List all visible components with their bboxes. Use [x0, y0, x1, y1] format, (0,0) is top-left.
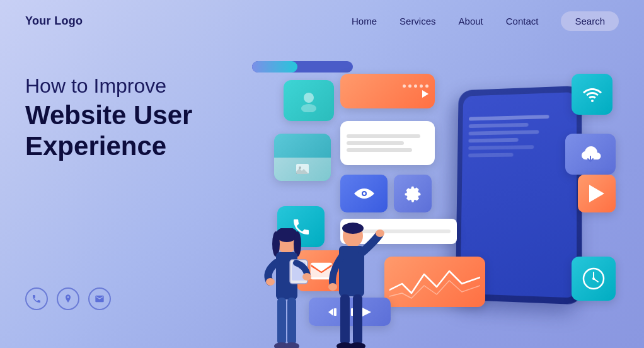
svg-rect-38 — [340, 294, 350, 345]
nav-home[interactable]: Home — [352, 16, 377, 26]
progress-fill — [252, 61, 297, 72]
card-wifi — [572, 74, 612, 115]
svg-point-5 — [363, 192, 365, 195]
svg-point-32 — [284, 342, 299, 348]
logo: Your Logo — [25, 14, 83, 28]
svg-point-36 — [376, 229, 384, 237]
svg-point-41 — [349, 342, 365, 348]
svg-point-1 — [301, 104, 316, 112]
nav-services[interactable]: Services — [400, 16, 436, 26]
svg-point-0 — [304, 93, 314, 103]
navigation: Home Services About Contact Search — [352, 11, 619, 31]
location-icon-button[interactable] — [57, 287, 79, 310]
mail-icon-button[interactable] — [88, 287, 111, 310]
svg-point-34 — [342, 223, 364, 234]
figure-woman — [258, 228, 318, 348]
search-button[interactable]: Search — [561, 11, 619, 31]
card-clock — [572, 257, 616, 301]
svg-point-12 — [592, 277, 595, 280]
svg-point-27 — [302, 273, 311, 281]
card-cloud — [565, 134, 616, 175]
card-progress-bar — [252, 61, 353, 72]
svg-rect-30 — [287, 298, 296, 345]
card-avatar — [284, 80, 334, 121]
hero-illustration — [252, 61, 619, 348]
svg-point-28 — [266, 278, 275, 286]
figure-man — [321, 222, 384, 348]
card-wave-chart — [384, 257, 485, 307]
phone-icon-button[interactable] — [25, 287, 48, 310]
card-play — [578, 175, 616, 212]
hero-text-section: How to Improve Website User Experience — [25, 61, 265, 310]
card-text-lines — [340, 121, 435, 165]
svg-point-37 — [328, 283, 337, 291]
hero-subtitle: How to Improve — [25, 74, 265, 98]
card-gear — [394, 175, 432, 212]
nav-contact[interactable]: Contact — [506, 16, 539, 26]
header: Your Logo Home Services About Contact Se… — [0, 0, 644, 42]
svg-rect-29 — [277, 298, 286, 345]
card-dots-arrow — [340, 74, 435, 108]
card-image — [274, 134, 331, 181]
hero-title: Website User Experience — [25, 100, 265, 161]
svg-marker-6 — [589, 185, 604, 202]
contact-icons — [25, 287, 265, 310]
nav-about[interactable]: About — [459, 16, 483, 26]
card-eye — [340, 175, 388, 212]
svg-rect-39 — [353, 294, 362, 345]
main-content: How to Improve Website User Experience — [0, 42, 644, 348]
